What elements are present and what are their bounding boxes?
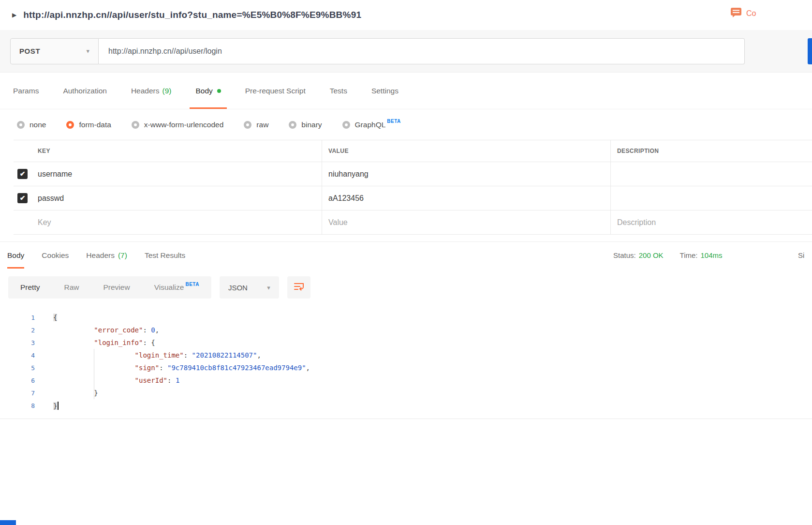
description-cell[interactable]: [610, 186, 812, 210]
bottom-bar-fragment: [0, 520, 16, 525]
status-value[interactable]: 200 OK: [639, 251, 664, 259]
checkbox-column-header: [14, 140, 31, 162]
format-value: JSON: [228, 284, 248, 292]
response-format-select[interactable]: JSON ▾: [220, 276, 279, 299]
view-tab-preview[interactable]: Preview: [103, 283, 130, 292]
view-tab-label: Raw: [64, 283, 79, 292]
body-type-label: x-www-form-urlencoded: [144, 120, 224, 129]
view-tab-label: Preview: [103, 283, 130, 292]
view-tab-raw[interactable]: Raw: [64, 283, 79, 292]
line-number: 2: [0, 327, 35, 334]
table-row[interactable]: ✔passwdaA123456: [14, 186, 812, 210]
tab-label: Body: [7, 251, 24, 260]
line-number: 4: [0, 352, 35, 359]
response-toolbar: PrettyRawPreviewVisualizeBETA JSON ▾: [0, 276, 812, 299]
key-cell[interactable]: passwd: [31, 186, 322, 210]
table-row-placeholder[interactable]: Key Value Description: [14, 210, 812, 235]
body-type-raw[interactable]: raw: [244, 120, 268, 129]
wrap-text-icon: [294, 281, 304, 294]
method-select[interactable]: POST ▾: [10, 38, 99, 64]
view-tab-label: Pretty: [20, 283, 40, 292]
body-type-x-www-form-urlencoded[interactable]: x-www-form-urlencoded: [132, 120, 224, 129]
body-type-none[interactable]: none: [17, 120, 46, 129]
radio-icon: [17, 121, 25, 129]
request-url-bar: POST ▾ http://api.nnzhp.cn//api/user/log…: [0, 30, 812, 73]
tab-pre-request-script[interactable]: Pre-request Script: [245, 73, 306, 109]
tab-label: Pre-request Script: [245, 87, 306, 95]
description-column-header: DESCRIPTION: [610, 140, 812, 162]
view-tab-visualize[interactable]: VisualizeBETA: [154, 283, 199, 292]
response-body-editor[interactable]: 1{2 "error_code": 0,3 "login_info": {4 "…: [0, 308, 812, 419]
line-number: 6: [0, 377, 35, 384]
value-cell[interactable]: aA123456: [322, 186, 610, 210]
table-header-row: KEY VALUE DESCRIPTION: [14, 140, 812, 162]
size-label-partial: Si: [798, 251, 804, 259]
code-line: 3 "login_info": {: [0, 336, 812, 349]
code-line: 1{: [0, 311, 812, 324]
response-tab-headers[interactable]: Headers(7): [86, 242, 127, 269]
response-tab-cookies[interactable]: Cookies: [42, 242, 69, 269]
description-placeholder[interactable]: Description: [610, 210, 812, 234]
body-type-label: binary: [301, 120, 322, 129]
tab-label: Headers: [131, 87, 160, 95]
chevron-down-icon: ▾: [86, 47, 89, 55]
tab-label: Test Results: [145, 251, 185, 260]
response-tab-test-results[interactable]: Test Results: [145, 242, 185, 269]
view-tab-pretty[interactable]: Pretty: [20, 283, 40, 292]
description-cell[interactable]: [610, 162, 812, 186]
key-column-header: KEY: [31, 140, 322, 162]
response-meta: Status: 200 OK Time: 104ms: [613, 242, 723, 269]
tab-label: Authorization: [63, 87, 106, 95]
collapse-arrow-icon[interactable]: ▶: [12, 12, 16, 18]
wrap-text-button[interactable]: [287, 276, 310, 299]
response-tabs: BodyCookiesHeaders(7)Test Results: [7, 242, 203, 269]
row-checkbox[interactable]: ✔: [17, 169, 28, 179]
form-data-table: KEY VALUE DESCRIPTION ✔usernameniuhanyan…: [14, 140, 812, 235]
url-value: http://api.nnzhp.cn//api/user/login: [108, 47, 222, 56]
key-cell[interactable]: username: [31, 162, 322, 186]
tab-authorization[interactable]: Authorization: [63, 73, 106, 109]
tab-settings[interactable]: Settings: [371, 73, 399, 109]
body-type-form-data[interactable]: form-data: [66, 120, 111, 129]
tab-params[interactable]: Params: [13, 73, 39, 109]
body-type-selector: noneform-datax-www-form-urlencodedrawbin…: [0, 109, 812, 140]
line-number: 3: [0, 339, 35, 346]
radio-icon: [289, 121, 296, 129]
radio-icon: [342, 121, 350, 129]
key-placeholder[interactable]: Key: [31, 210, 322, 234]
send-button[interactable]: [808, 38, 812, 64]
request-titlebar: ▶ http://api.nnzhp.cn//api/user/stu_info…: [0, 0, 812, 30]
code-line: 7 }: [0, 387, 812, 399]
tab-label: Params: [13, 87, 39, 95]
chevron-down-icon: ▾: [267, 284, 270, 291]
tab-tests[interactable]: Tests: [330, 73, 347, 109]
tab-headers[interactable]: Headers(9): [131, 73, 172, 109]
row-checkbox[interactable]: ✔: [17, 193, 28, 203]
view-tab-label: Visualize: [154, 283, 184, 292]
value-placeholder[interactable]: Value: [322, 210, 610, 234]
body-type-binary[interactable]: binary: [289, 120, 322, 129]
response-header: BodyCookiesHeaders(7)Test Results Status…: [0, 241, 812, 269]
comments-icon[interactable]: [730, 7, 742, 20]
code-line: 8}: [0, 399, 812, 412]
url-input[interactable]: http://api.nnzhp.cn//api/user/login: [99, 38, 745, 64]
tab-label: Headers: [86, 251, 115, 260]
comments-label[interactable]: Co: [746, 9, 756, 18]
code-line: 6 "userId": 1: [0, 374, 812, 387]
tab-label: Tests: [330, 87, 347, 95]
body-type-label: raw: [256, 120, 268, 129]
body-type-graphql[interactable]: GraphQLBETA: [342, 120, 401, 129]
status-label: Status:: [613, 251, 636, 259]
time-value[interactable]: 104ms: [701, 251, 723, 259]
beta-badge: BETA: [387, 119, 400, 124]
response-tab-body[interactable]: Body: [7, 242, 24, 269]
body-type-label: none: [30, 120, 46, 129]
indent-guide: [94, 349, 94, 399]
tab-body[interactable]: Body: [195, 73, 221, 109]
value-cell[interactable]: niuhanyang: [322, 162, 610, 186]
tab-label: Body: [195, 87, 212, 95]
line-number: 8: [0, 402, 35, 409]
line-number: 5: [0, 364, 35, 372]
table-row[interactable]: ✔usernameniuhanyang: [14, 162, 812, 186]
radio-icon: [244, 121, 251, 129]
